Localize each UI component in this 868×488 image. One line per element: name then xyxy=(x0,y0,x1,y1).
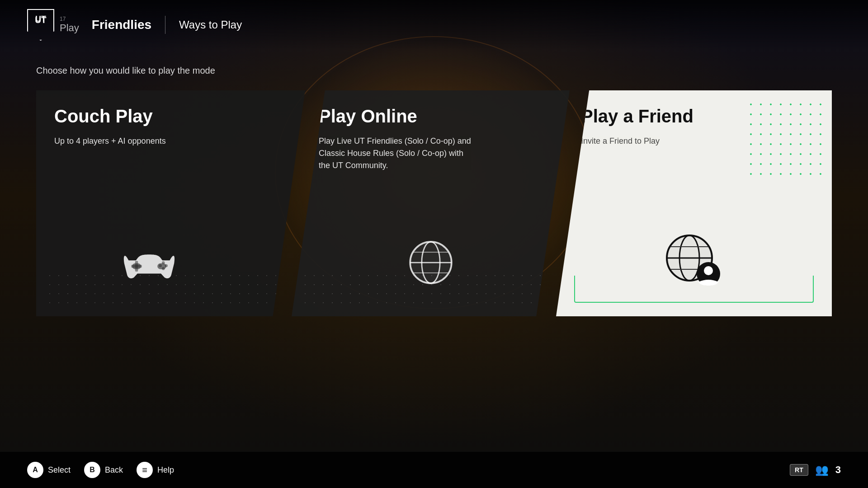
b-button[interactable]: B xyxy=(84,462,100,478)
friends-icon: 👥 xyxy=(815,464,829,476)
play-online-card[interactable]: Play Online Play Live UT Friendlies (Sol… xyxy=(292,90,570,316)
nav-play[interactable]: Play xyxy=(60,22,79,34)
friends-count: 3 xyxy=(835,464,841,476)
b-button-label: B xyxy=(90,466,95,474)
globe-friend-icon xyxy=(658,229,730,298)
back-control: B Back xyxy=(84,462,123,478)
back-label: Back xyxy=(105,465,123,475)
bottom-controls: A Select B Back ≡ Help xyxy=(27,462,174,478)
svg-point-7 xyxy=(162,267,165,270)
couch-play-desc: Up to 4 players + AI opponents xyxy=(54,135,208,147)
rt-badge[interactable]: RT xyxy=(790,464,808,476)
svg-point-5 xyxy=(165,264,168,267)
bottom-bar: A Select B Back ≡ Help RT 👥 3 xyxy=(0,452,868,488)
svg-point-21 xyxy=(704,266,713,275)
dots-pattern-green xyxy=(746,99,827,181)
cards-container: Couch Play Up to 4 players + AI opponent… xyxy=(36,90,832,316)
select-control: A Select xyxy=(27,462,71,478)
play-a-friend-desc: Invite a Friend to Play xyxy=(581,135,735,147)
controller-icon xyxy=(120,242,179,289)
menu-button[interactable]: ≡ xyxy=(137,462,153,478)
nav-friendlies[interactable]: Friendlies xyxy=(92,18,151,32)
svg-point-13 xyxy=(410,242,452,283)
logo-container: UT 17 Play xyxy=(27,9,83,41)
logo-text: UT xyxy=(35,15,46,25)
svg-point-4 xyxy=(162,261,165,264)
play-online-title: Play Online xyxy=(319,106,552,126)
couch-play-card[interactable]: Couch Play Up to 4 players + AI opponent… xyxy=(36,90,305,316)
globe-friend-svg xyxy=(658,229,730,296)
svg-rect-3 xyxy=(131,265,142,268)
bottom-right: RT 👥 3 xyxy=(790,464,841,476)
header-divider xyxy=(165,16,165,34)
nav-ways-to-play: Ways to Play xyxy=(179,19,242,31)
a-button-label: A xyxy=(33,466,38,474)
globe-svg xyxy=(406,238,456,287)
logo-shield: UT xyxy=(27,9,54,41)
a-button[interactable]: A xyxy=(27,462,43,478)
subtitle: Choose how you would like to play the mo… xyxy=(36,66,215,76)
help-control: ≡ Help xyxy=(137,462,174,478)
globe-icon xyxy=(406,238,456,289)
small-icon: 17 xyxy=(60,16,66,22)
select-label: Select xyxy=(48,465,71,475)
header: UT 17 Play Friendlies Ways to Play xyxy=(0,0,868,50)
svg-point-6 xyxy=(159,264,162,267)
menu-button-label: ≡ xyxy=(142,465,147,475)
controller-svg xyxy=(120,242,179,287)
couch-play-title: Couch Play xyxy=(54,106,287,126)
help-label: Help xyxy=(157,465,174,475)
play-online-desc: Play Live UT Friendlies (Solo / Co-op) a… xyxy=(319,135,472,172)
play-a-friend-card[interactable]: Play a Friend Invite a Friend to Play xyxy=(556,90,832,316)
